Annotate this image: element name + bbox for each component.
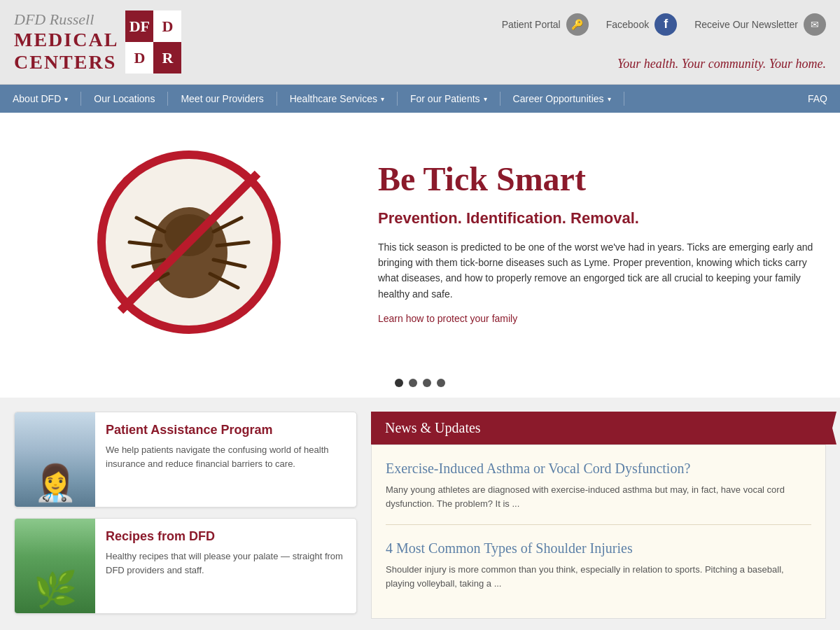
recipes-body: Recipes from DFD Healthy recipes that wi…: [95, 519, 356, 613]
logo-line2: MEDICAL: [14, 29, 118, 51]
hero-body-text: This tick season is predicted to be one …: [378, 239, 826, 302]
carousel-dot-3[interactable]: [423, 379, 431, 387]
header-links: Patient Portal 🔑 Facebook f Receive Our …: [502, 13, 826, 36]
nav-arrow-patients: ▾: [484, 95, 487, 103]
nav-arrow-about: ▾: [64, 95, 68, 103]
emblem-d: D: [153, 10, 181, 42]
nav-meet-providers[interactable]: Meet our Providers: [168, 85, 276, 113]
content-area: Patient Assistance Program We help patie…: [0, 398, 840, 630]
nav-our-locations[interactable]: Our Locations: [81, 85, 167, 113]
nav-arrow-career: ▾: [608, 95, 611, 103]
patient-assistance-image: [15, 412, 95, 507]
tick-image-container: [91, 144, 287, 340]
news-section: News & Updates Exercise-Induced Asthma o…: [371, 412, 826, 619]
hero-subtitle: Prevention. Identification. Removal.: [378, 209, 826, 229]
news-item-2-title[interactable]: 4 Most Common Types of Shoulder Injuries: [386, 539, 811, 557]
patient-portal-icon: 🔑: [566, 13, 589, 36]
news-item-1-title[interactable]: Exercise-Induced Asthma or Vocal Cord Dy…: [386, 459, 811, 477]
newsletter-label: Receive Our Newsletter: [694, 19, 798, 30]
carousel-dot-4[interactable]: [437, 379, 445, 387]
carousel-dots: [0, 372, 840, 398]
nav-arrow-healthcare: ▾: [381, 95, 384, 103]
emblem-r: R: [153, 42, 181, 74]
nav-career-opportunities[interactable]: Career Opportunities ▾: [500, 85, 624, 113]
patient-assistance-title[interactable]: Patient Assistance Program: [106, 423, 346, 438]
hero-title: Be Tick Smart: [378, 160, 826, 198]
news-item-1-text: Many young athletes are diagnosed with e…: [386, 483, 811, 510]
facebook-icon: f: [654, 13, 677, 36]
tick-no-sign-svg: [91, 144, 287, 340]
emblem-df: DF: [125, 10, 153, 42]
patient-assistance-body: Patient Assistance Program We help patie…: [95, 412, 356, 507]
newsletter-icon: ✉: [804, 13, 826, 36]
logo-area[interactable]: DFD Russell MEDICAL CENTERS DF D D R: [14, 10, 181, 74]
patient-assistance-text: We help patients navigate the confusing …: [106, 443, 346, 470]
newsletter-link[interactable]: Receive Our Newsletter ✉: [694, 13, 826, 36]
carousel-dot-2[interactable]: [409, 379, 417, 387]
hero-section: Be Tick Smart Prevention. Identification…: [0, 113, 840, 372]
header-right: Patient Portal 🔑 Facebook f Receive Our …: [502, 13, 826, 71]
news-header-label: News & Updates: [385, 420, 481, 436]
recipes-text: Healthy recipes that will please your pa…: [106, 550, 346, 577]
logo-line3: CENTERS: [14, 51, 118, 74]
logo-text: DFD Russell MEDICAL CENTERS: [14, 10, 118, 74]
recipes-image: [15, 519, 95, 613]
nav-for-patients[interactable]: For our Patients ▾: [398, 85, 500, 113]
nav-divider-6: [624, 92, 624, 106]
logo-emblem: DF D D R: [125, 10, 181, 74]
patient-portal-link[interactable]: Patient Portal 🔑: [502, 13, 589, 36]
carousel-dot-1[interactable]: [395, 379, 403, 387]
left-cards: Patient Assistance Program We help patie…: [14, 412, 357, 619]
nav-about-dfd[interactable]: About DFD ▾: [0, 85, 80, 113]
news-flag-decoration: [816, 412, 836, 444]
recipes-title[interactable]: Recipes from DFD: [106, 529, 346, 544]
logo-line1: DFD Russell: [14, 10, 118, 29]
hero-image: [14, 144, 364, 340]
recipes-card[interactable]: Recipes from DFD Healthy recipes that wi…: [14, 518, 357, 614]
facebook-link[interactable]: Facebook f: [606, 13, 677, 36]
news-item-2: 4 Most Common Types of Shoulder Injuries…: [386, 539, 811, 604]
news-item-1: Exercise-Induced Asthma or Vocal Cord Dy…: [386, 459, 811, 525]
hero-learn-more-link[interactable]: Learn how to protect your family: [378, 313, 517, 324]
main-nav: About DFD ▾ Our Locations Meet our Provi…: [0, 85, 840, 113]
nav-faq[interactable]: FAQ: [795, 85, 840, 113]
tagline: Your health. Your community. Your home.: [617, 57, 826, 71]
emblem-d2: D: [125, 42, 153, 74]
news-items-container: Exercise-Induced Asthma or Vocal Cord Dy…: [371, 444, 826, 619]
news-item-2-text: Shoulder injury is more common than you …: [386, 563, 811, 590]
patient-assistance-card[interactable]: Patient Assistance Program We help patie…: [14, 412, 357, 507]
site-header: DFD Russell MEDICAL CENTERS DF D D R Pat…: [0, 0, 840, 85]
patient-portal-label: Patient Portal: [502, 19, 561, 30]
news-header: News & Updates: [371, 412, 826, 444]
nav-healthcare-services[interactable]: Healthcare Services ▾: [277, 85, 397, 113]
facebook-label: Facebook: [606, 19, 649, 30]
hero-content: Be Tick Smart Prevention. Identification…: [364, 160, 826, 325]
